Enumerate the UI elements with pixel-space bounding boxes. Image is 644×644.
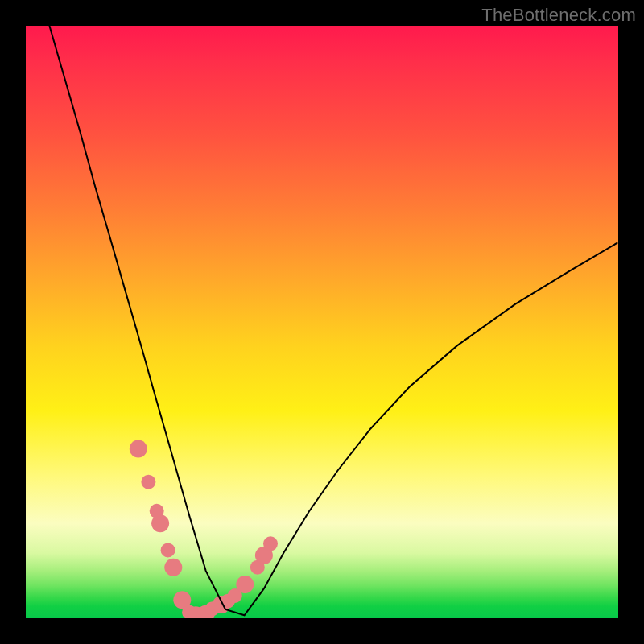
data-point: [151, 514, 169, 532]
data-point: [141, 475, 155, 489]
data-point: [236, 576, 254, 593]
data-point: [164, 559, 182, 576]
chart-frame: TheBottleneck.com: [0, 0, 644, 644]
bottleneck-curve: [49, 26, 617, 615]
data-point: [161, 543, 175, 557]
plot-area: [26, 26, 618, 618]
data-point: [130, 440, 147, 458]
watermark-text: TheBottleneck.com: [481, 5, 636, 26]
chart-svg: [26, 26, 618, 618]
data-point: [263, 536, 278, 551]
dots-layer: [130, 440, 278, 619]
